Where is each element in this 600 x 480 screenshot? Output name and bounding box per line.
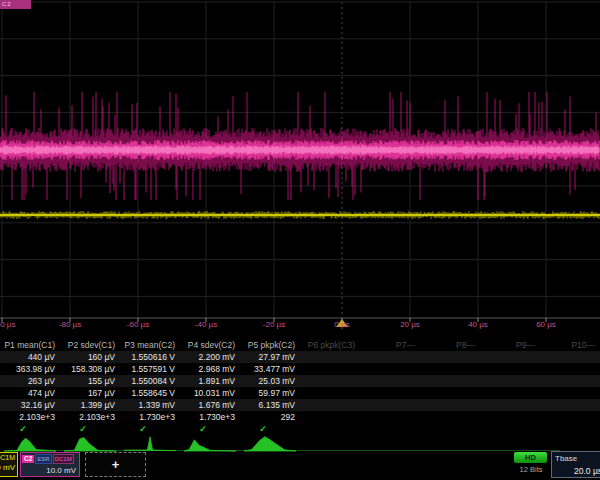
param-value: 2.968 mV	[180, 364, 240, 374]
table-row: 2.103e+32.103e+31.730e+31.730e+3292	[0, 411, 600, 423]
param-header-P1[interactable]: P1 mean(C1)	[0, 340, 60, 350]
measurement-table: P1 mean(C1)P2 sdev(C1)P3 mean(C2)P4 sdev…	[0, 339, 600, 435]
histicon-row	[0, 434, 600, 452]
status-check-icon: ✓	[180, 424, 240, 434]
table-row: 474 µV167 µV1.558645 V10.031 mV59.97 mV	[0, 387, 600, 399]
trace-tab-c2[interactable]: C2	[0, 0, 31, 9]
hd-bits-label: 12 Bits	[511, 465, 551, 474]
waveform-canvas[interactable]	[0, 0, 600, 340]
param-value: 158.308 µV	[60, 364, 120, 374]
param-value: 474 µV	[0, 388, 60, 398]
param-value: 1.339 mV	[120, 400, 180, 410]
param-value: 32.16 µV	[0, 400, 60, 410]
time-axis-label: 0 µs	[334, 320, 349, 329]
param-header-P7[interactable]: P7---	[360, 340, 420, 350]
table-row: 440 µV160 µV1.550616 V2.200 mV27.97 mV	[0, 351, 600, 363]
param-value: 167 µV	[60, 388, 120, 398]
param-header-P8[interactable]: P8---	[420, 340, 480, 350]
histicon-P2	[64, 438, 116, 452]
param-value: 160 µV	[60, 352, 120, 362]
time-axis-label: -80 µs	[59, 320, 81, 329]
status-check-icon: ✓	[0, 424, 60, 434]
param-value: 1.730e+3	[120, 412, 180, 422]
histicon-P5	[244, 437, 296, 451]
table-row: 363.98 µV158.308 µV1.557591 V2.968 mV33.…	[0, 363, 600, 375]
param-value: 1.557591 V	[120, 364, 180, 374]
param-value: 27.97 mV	[240, 352, 300, 362]
histicon-P4	[184, 440, 236, 451]
c2-scale-value: 10.0 mV	[21, 464, 79, 475]
param-value: 292	[240, 412, 300, 422]
param-value: 1.730e+3	[180, 412, 240, 422]
param-value: 440 µV	[0, 352, 60, 362]
time-axis: -100 µs-80 µs-60 µs-40 µs-20 µs0 µs20 µs…	[0, 320, 600, 332]
c2-coupling-badge: DC1M	[53, 454, 74, 464]
param-value: 10.031 mV	[180, 388, 240, 398]
param-value: 33.477 mV	[240, 364, 300, 374]
time-axis-label: -40 µs	[195, 320, 217, 329]
param-header-P10[interactable]: P10---	[540, 340, 600, 350]
param-value: 2.103e+3	[0, 412, 60, 422]
param-value: 363.98 µV	[0, 364, 60, 374]
time-axis-label: -100 µs	[0, 320, 15, 329]
c1-coupling-label: DC1M	[0, 453, 17, 461]
table-row: 263 µV155 µV1.550084 V1.891 mV25.03 mV	[0, 375, 600, 387]
param-header-P6[interactable]: P6 pkpk(C3)	[300, 340, 360, 350]
param-value: 1.550616 V	[120, 352, 180, 362]
time-axis-label: 20 µs	[400, 320, 420, 329]
param-header-P3[interactable]: P3 mean(C2)	[120, 340, 180, 350]
param-value: 2.200 mV	[180, 352, 240, 362]
param-value: 263 µV	[0, 376, 60, 386]
tbase-value: 20.0 µs	[574, 466, 600, 476]
hd-badge[interactable]: HD	[514, 452, 547, 463]
param-header-P5[interactable]: P5 pkpk(C2)	[240, 340, 300, 350]
tbase-label: Tbase	[555, 454, 577, 463]
param-value: 59.97 mV	[240, 388, 300, 398]
oscilloscope-screen: C2 -100 µs-80 µs-60 µs-40 µs-20 µs0 µs20…	[0, 0, 600, 480]
param-value: 1.891 mV	[180, 376, 240, 386]
c1-descriptor[interactable]: DC1M 20.0 mV	[0, 452, 18, 477]
time-axis-label: -20 µs	[263, 320, 285, 329]
crosshair-icon: +	[112, 458, 120, 471]
histicon-P3	[124, 437, 176, 451]
param-value: 25.03 mV	[240, 376, 300, 386]
status-check-icon: ✓	[60, 424, 120, 434]
param-header-P9[interactable]: P9---	[480, 340, 540, 350]
status-check-icon: ✓	[240, 424, 300, 434]
histicon-P1	[4, 438, 56, 451]
param-value: 1.558645 V	[120, 388, 180, 398]
time-axis-label: -60 µs	[127, 320, 149, 329]
c2-channel-badge: C2	[22, 455, 34, 463]
param-value: 1.676 mV	[180, 400, 240, 410]
param-value: 155 µV	[60, 376, 120, 386]
dialog-stub[interactable]: +	[85, 452, 146, 477]
c2-esr-badge: ESR	[35, 454, 51, 464]
param-value: 2.103e+3	[60, 412, 120, 422]
time-axis-label: 40 µs	[468, 320, 488, 329]
waveform-grid[interactable]: C2 -100 µs-80 µs-60 µs-40 µs-20 µs0 µs20…	[0, 0, 600, 340]
tbase-descriptor[interactable]: Tbase 20.0 µs	[551, 451, 600, 478]
time-axis-label: 60 µs	[536, 320, 556, 329]
c2-descriptor[interactable]: C2 ESR DC1M 10.0 mV	[20, 452, 80, 477]
param-header-P4[interactable]: P4 sdev(C2)	[180, 340, 240, 350]
param-header-P2[interactable]: P2 sdev(C1)	[60, 340, 120, 350]
param-value: 1.399 µV	[60, 400, 120, 410]
status-check-icon: ✓	[120, 424, 180, 434]
c1-scale-value: 20.0 mV	[0, 461, 17, 472]
table-row: 32.16 µV1.399 µV1.339 mV1.676 mV6.135 mV	[0, 399, 600, 411]
param-value: 1.550084 V	[120, 376, 180, 386]
param-value: 6.135 mV	[240, 400, 300, 410]
